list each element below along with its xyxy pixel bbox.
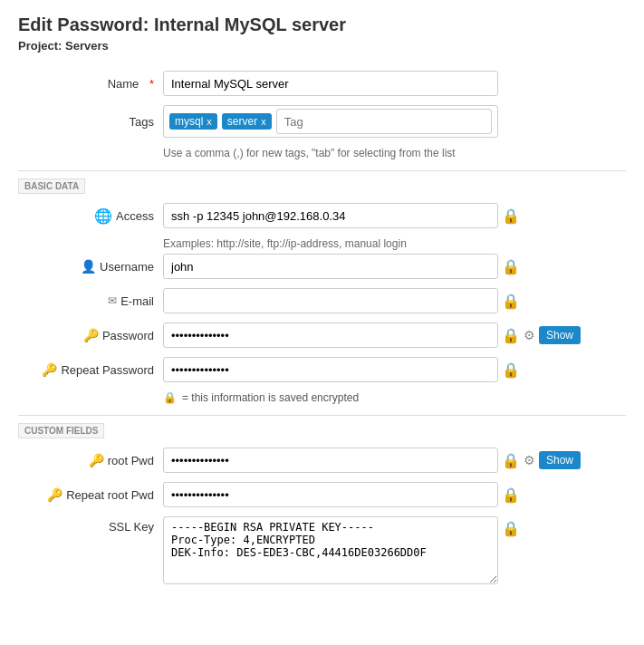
repeat-root-pwd-label: 🔑 Repeat root Pwd: [18, 487, 163, 502]
username-lock-icon: 🔒: [502, 258, 520, 275]
ssl-key-lock-icon: 🔒: [502, 516, 520, 537]
encrypted-note: 🔒 = this information is saved encrypted: [163, 391, 626, 404]
repeat-password-key-icon: 🔑: [42, 362, 57, 377]
password-gear-icon[interactable]: ⚙: [524, 328, 535, 342]
globe-icon: 🌐: [94, 207, 112, 225]
root-pwd-show-button[interactable]: Show: [539, 451, 581, 469]
tags-container[interactable]: mysql x server x: [163, 105, 498, 138]
tag-input[interactable]: [276, 109, 492, 134]
repeat-password-lock-icon: 🔒: [502, 361, 520, 379]
access-lock-icon: 🔒: [502, 207, 520, 225]
password-show-button[interactable]: Show: [539, 326, 581, 344]
repeat-root-pwd-key-icon: 🔑: [47, 487, 62, 502]
email-lock-icon: 🔒: [502, 293, 520, 310]
name-label: Name *: [18, 77, 163, 91]
basic-data-divider: [18, 170, 626, 171]
username-label: 👤 Username: [18, 259, 163, 274]
basic-data-header: BASIC DATA: [18, 178, 85, 194]
repeat-password-label: 🔑 Repeat Password: [18, 362, 163, 377]
password-key-icon: 🔑: [83, 328, 99, 342]
tag-server[interactable]: server x: [222, 113, 272, 130]
encrypted-lock-icon: 🔒: [163, 391, 177, 404]
access-input[interactable]: [163, 203, 498, 228]
email-label: ✉ E-mail: [18, 294, 163, 308]
ssl-key-textarea[interactable]: -----BEGIN RSA PRIVATE KEY----- Proc-Typ…: [163, 516, 498, 584]
email-icon: ✉: [108, 294, 117, 307]
password-lock-icon: 🔒: [502, 327, 520, 344]
user-icon: 👤: [81, 259, 96, 274]
root-pwd-label: 🔑 root Pwd: [18, 453, 163, 467]
tag-mysql[interactable]: mysql x: [169, 113, 217, 130]
repeat-root-pwd-lock-icon: 🔒: [502, 486, 520, 504]
repeat-password-input[interactable]: [163, 357, 498, 382]
password-label: 🔑 Password: [18, 328, 163, 342]
tags-label: Tags: [18, 115, 163, 129]
root-pwd-lock-icon: 🔒: [502, 452, 520, 469]
password-input[interactable]: [163, 322, 498, 348]
email-input[interactable]: [163, 288, 498, 313]
username-input[interactable]: [163, 254, 498, 279]
access-label: 🌐 Access: [18, 207, 163, 225]
root-pwd-gear-icon[interactable]: ⚙: [524, 453, 535, 467]
repeat-root-pwd-input[interactable]: [163, 482, 498, 507]
tags-hint: Use a comma (,) for new tags, "tab" for …: [163, 147, 626, 159]
root-pwd-key-icon: 🔑: [89, 453, 104, 467]
root-pwd-input[interactable]: [163, 448, 498, 473]
access-example: Examples: http://site, ftp://ip-address,…: [163, 237, 626, 250]
custom-fields-divider: [18, 415, 626, 416]
ssl-key-label: SSL Key: [18, 516, 163, 534]
tag-mysql-remove[interactable]: x: [207, 116, 212, 127]
name-input[interactable]: [163, 71, 498, 96]
page-title: Edit Password: Internal MySQL server: [18, 14, 626, 35]
project-label: Project: Servers: [18, 39, 626, 53]
tag-server-remove[interactable]: x: [261, 116, 266, 127]
custom-fields-header: CUSTOM FIELDS: [18, 423, 104, 438]
